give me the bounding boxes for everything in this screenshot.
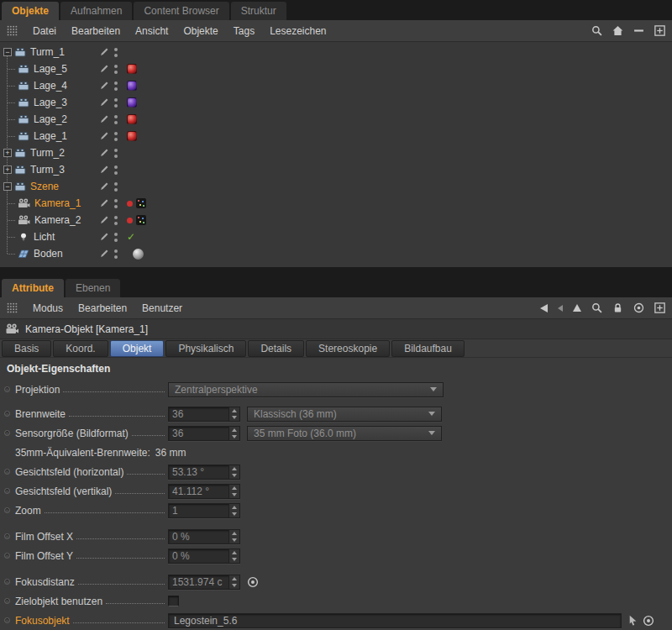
sensorgroesse-input[interactable]: 36 xyxy=(168,426,240,441)
tab-details[interactable]: Details xyxy=(248,340,304,357)
object-label[interactable]: Lage_3 xyxy=(34,97,67,108)
tree-row-turm-3[interactable]: + Turm_3 xyxy=(0,161,672,178)
tree-row-lage-2[interactable]: Lage_2 xyxy=(0,111,672,128)
object-label[interactable]: Szene xyxy=(30,181,59,192)
tab-bildaufbau[interactable]: Bildaufbau xyxy=(391,340,465,357)
visibility-toggles[interactable] xyxy=(114,164,118,176)
material-tag-icon[interactable] xyxy=(127,131,137,141)
edit-toggle-icon[interactable] xyxy=(100,249,110,259)
edit-toggle-icon[interactable] xyxy=(100,198,110,208)
tree-row-turm-1[interactable]: − Turm_1 xyxy=(0,44,672,60)
collapse-icon[interactable]: − xyxy=(3,182,12,191)
panel-grip-icon[interactable] xyxy=(7,302,18,313)
tree-row-kamera-2[interactable]: Kamera_2 xyxy=(0,212,672,228)
material-tag-icon[interactable] xyxy=(127,114,137,124)
menu-tags[interactable]: Tags xyxy=(234,25,255,37)
menu-objekte[interactable]: Objekte xyxy=(183,25,218,37)
stepper[interactable] xyxy=(228,504,239,517)
object-label[interactable]: Lage_1 xyxy=(34,130,67,142)
tree-row-lage-3[interactable]: Lage_3 xyxy=(0,94,672,111)
menu-bearbeiten[interactable]: Bearbeiten xyxy=(78,302,127,314)
visibility-toggles[interactable] xyxy=(114,181,118,192)
film-offset-y-input[interactable]: 0 % xyxy=(168,549,240,564)
record-icon[interactable] xyxy=(633,302,644,313)
tab-basis[interactable]: Basis xyxy=(2,340,51,357)
tree-row-lage-5[interactable]: Lage_5 xyxy=(0,60,672,77)
visibility-toggles[interactable] xyxy=(114,63,118,75)
search-icon[interactable] xyxy=(591,25,602,36)
forward-arrow-icon[interactable] xyxy=(558,305,563,312)
up-arrow-icon[interactable] xyxy=(573,304,581,312)
menu-benutzer[interactable]: Benutzer xyxy=(142,302,182,314)
edit-toggle-icon[interactable] xyxy=(100,81,110,91)
object-label[interactable]: Boden xyxy=(34,248,63,260)
keyframe-dot[interactable] xyxy=(4,598,10,604)
object-label[interactable]: Lage_5 xyxy=(34,63,67,75)
fokusdistanz-pick-icon[interactable] xyxy=(247,576,259,588)
tree-row-turm-2[interactable]: + Turm_2 xyxy=(0,144,672,161)
tree-row-lage-4[interactable]: Lage_4 xyxy=(0,77,672,94)
material-tag-icon[interactable] xyxy=(127,64,137,74)
tab-content-browser[interactable]: Content Browser xyxy=(134,2,228,20)
projektion-dropdown[interactable]: Zentralperspektive xyxy=(168,382,444,397)
fokusobjekt-pick-icon[interactable] xyxy=(628,615,638,626)
edit-toggle-icon[interactable] xyxy=(100,181,110,192)
keyframe-dot[interactable] xyxy=(4,507,10,513)
sensorgroesse-preset-dropdown[interactable]: 35 mm Foto (36.0 mm) xyxy=(247,426,442,441)
tab-struktur[interactable]: Struktur xyxy=(231,2,286,20)
lock-icon[interactable] xyxy=(612,302,623,313)
keyframe-dot[interactable] xyxy=(4,533,10,539)
record-dot-icon[interactable] xyxy=(127,218,133,223)
visibility-toggles[interactable] xyxy=(114,113,118,125)
enabled-check-icon[interactable]: ✓ xyxy=(127,231,135,243)
stepper[interactable] xyxy=(228,530,239,543)
object-label[interactable]: Kamera_1 xyxy=(34,197,81,209)
fokusobjekt-input[interactable]: Legostein_5.6 xyxy=(168,613,622,628)
keyframe-dot[interactable] xyxy=(4,469,10,475)
edit-toggle-icon[interactable] xyxy=(100,232,110,242)
keyframe-dot[interactable] xyxy=(4,430,10,436)
object-label[interactable]: Lage_4 xyxy=(34,80,67,92)
texture-tag-icon[interactable] xyxy=(133,249,144,260)
visibility-toggles[interactable] xyxy=(114,248,118,260)
minimize-icon[interactable] xyxy=(633,25,644,36)
visibility-toggles[interactable] xyxy=(114,214,118,226)
tree-row-licht[interactable]: Licht ✓ xyxy=(0,228,672,245)
film-offset-x-input[interactable]: 0 % xyxy=(168,529,240,544)
zielobjekt-checkbox[interactable] xyxy=(168,596,179,606)
visibility-toggles[interactable] xyxy=(114,130,118,142)
menu-bearbeiten[interactable]: Bearbeiten xyxy=(71,25,120,37)
tab-koord[interactable]: Koord. xyxy=(53,340,108,357)
stepper[interactable] xyxy=(228,427,239,440)
fokusdistanz-input[interactable]: 1531.974 c xyxy=(168,575,240,590)
stepper[interactable] xyxy=(228,485,239,498)
edit-toggle-icon[interactable] xyxy=(100,165,110,175)
zoom-input[interactable]: 1 xyxy=(168,503,240,518)
menu-ansicht[interactable]: Ansicht xyxy=(135,25,168,37)
menu-lesezeichen[interactable]: Lesezeichen xyxy=(270,25,326,37)
visibility-toggles[interactable] xyxy=(114,46,118,58)
visibility-toggles[interactable] xyxy=(114,231,118,243)
tree-row-kamera-1[interactable]: Kamera_1 xyxy=(0,195,672,212)
tab-stereoskopie[interactable]: Stereoskopie xyxy=(306,340,390,357)
tab-ebenen[interactable]: Ebenen xyxy=(66,279,120,297)
visibility-toggles[interactable] xyxy=(114,80,118,92)
object-label[interactable]: Kamera_2 xyxy=(34,214,81,226)
home-icon[interactable] xyxy=(612,25,623,36)
edit-toggle-icon[interactable] xyxy=(100,215,110,225)
edit-toggle-icon[interactable] xyxy=(100,131,110,141)
edit-toggle-icon[interactable] xyxy=(100,97,110,108)
tree-row-lage-1[interactable]: Lage_1 xyxy=(0,128,672,144)
visibility-toggles[interactable] xyxy=(114,97,118,108)
stage-tag-icon[interactable] xyxy=(136,215,146,225)
object-label[interactable]: Licht xyxy=(34,231,55,243)
menu-modus[interactable]: Modus xyxy=(33,302,63,314)
panel-grip-icon[interactable] xyxy=(7,25,18,36)
object-label[interactable]: Turm_2 xyxy=(30,147,65,159)
add-panel-icon[interactable] xyxy=(654,302,665,313)
brennweite-preset-dropdown[interactable]: Klassisch (36 mm) xyxy=(247,407,442,422)
edit-toggle-icon[interactable] xyxy=(100,47,110,57)
menu-datei[interactable]: Datei xyxy=(33,25,56,37)
edit-toggle-icon[interactable] xyxy=(100,64,110,74)
material-tag-icon[interactable] xyxy=(127,81,137,91)
